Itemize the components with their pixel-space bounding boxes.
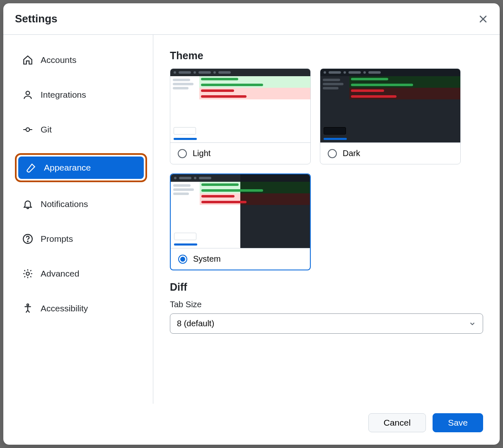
- svg-point-4: [26, 272, 29, 275]
- theme-label: Dark: [343, 149, 360, 158]
- git-commit-icon: [22, 124, 33, 135]
- home-icon: [22, 55, 33, 65]
- theme-label: System: [193, 254, 221, 264]
- sidebar-item-label: Accessibility: [41, 303, 88, 313]
- theme-preview-system: [171, 174, 310, 248]
- tab-size-select[interactable]: 8 (default): [170, 313, 483, 334]
- sidebar-item-label: Advanced: [41, 269, 79, 279]
- svg-point-0: [26, 91, 30, 95]
- sidebar-item-prompts[interactable]: Prompts: [15, 228, 147, 250]
- sidebar-item-label: Integrations: [41, 90, 86, 100]
- sidebar-item-git[interactable]: Git: [15, 118, 147, 141]
- save-button[interactable]: Save: [433, 413, 483, 432]
- modal-footer: Cancel Save: [3, 404, 500, 445]
- person-icon: [22, 89, 33, 100]
- bell-icon: [22, 199, 33, 210]
- settings-sidebar: Accounts Integrations Git Appearance Not…: [3, 35, 153, 404]
- sidebar-item-accessibility[interactable]: Accessibility: [15, 297, 147, 320]
- sidebar-item-label: Accounts: [41, 55, 76, 65]
- tab-size-label: Tab Size: [170, 300, 483, 309]
- cancel-button[interactable]: Cancel: [368, 413, 426, 432]
- sidebar-item-integrations[interactable]: Integrations: [15, 84, 147, 106]
- sidebar-item-label: Prompts: [41, 234, 73, 244]
- chevron-down-icon: [469, 320, 476, 328]
- svg-point-3: [27, 241, 28, 242]
- sidebar-item-accounts[interactable]: Accounts: [15, 49, 147, 71]
- modal-title: Settings: [15, 12, 58, 25]
- sidebar-item-advanced[interactable]: Advanced: [15, 263, 147, 285]
- sidebar-item-label: Git: [41, 125, 52, 135]
- accessibility-icon: [22, 303, 33, 314]
- sidebar-item-appearance[interactable]: Appearance: [18, 157, 144, 179]
- question-icon: [22, 234, 33, 244]
- sidebar-item-label: Notifications: [41, 199, 88, 209]
- theme-option-light[interactable]: Light: [170, 68, 311, 164]
- theme-options: Light: [170, 68, 483, 270]
- gear-icon: [22, 268, 33, 279]
- settings-modal: Settings Accounts Integrations Git Appea…: [3, 3, 500, 445]
- sidebar-item-label: Appearance: [44, 163, 91, 173]
- close-icon[interactable]: [478, 14, 488, 24]
- radio-light[interactable]: [178, 149, 187, 158]
- theme-preview-light: [170, 69, 310, 142]
- theme-label: Light: [193, 149, 210, 158]
- svg-point-1: [26, 128, 30, 132]
- sidebar-highlight: Appearance: [15, 153, 147, 182]
- radio-system[interactable]: [178, 255, 187, 264]
- tab-size-value: 8 (default): [177, 319, 214, 328]
- modal-header: Settings: [3, 3, 500, 35]
- sidebar-item-notifications[interactable]: Notifications: [15, 193, 147, 215]
- theme-section-title: Theme: [170, 50, 483, 62]
- modal-body: Accounts Integrations Git Appearance Not…: [3, 35, 500, 404]
- theme-option-system[interactable]: System: [170, 173, 311, 270]
- brush-icon: [26, 162, 36, 173]
- radio-dark[interactable]: [328, 149, 337, 158]
- diff-section-title: Diff: [170, 281, 483, 293]
- theme-preview-dark: [320, 69, 460, 142]
- theme-option-dark[interactable]: Dark: [320, 68, 461, 164]
- svg-point-5: [27, 304, 29, 306]
- settings-content: Theme: [153, 35, 500, 404]
